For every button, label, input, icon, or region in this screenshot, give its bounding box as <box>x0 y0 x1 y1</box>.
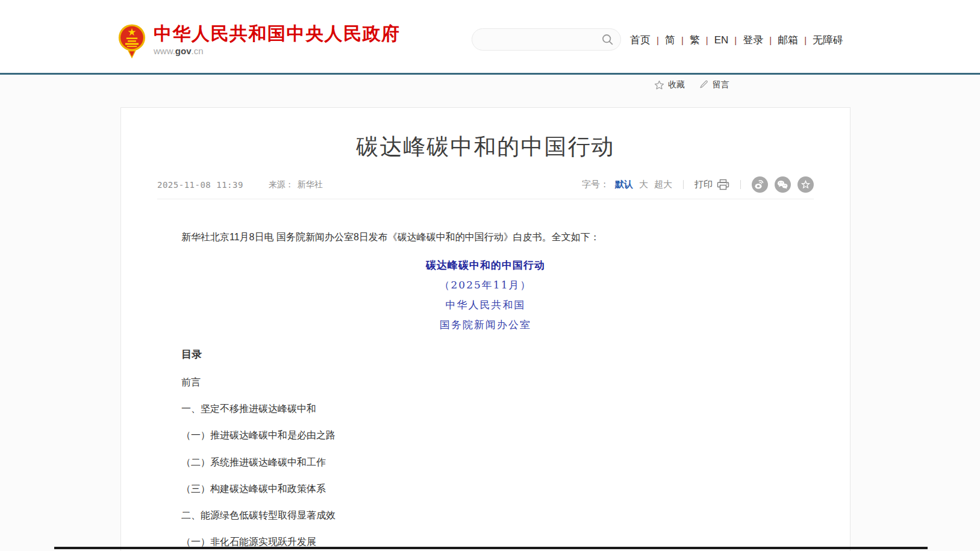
meta-separator <box>740 180 741 189</box>
toc-item-preface: 前言 <box>181 376 790 388</box>
source-value: 新华社 <box>298 179 323 190</box>
whitepaper-org-line1: 中华人民共和国 <box>181 298 790 312</box>
search-box <box>472 28 621 51</box>
url-www: www. <box>154 46 175 56</box>
source-label: 来源： <box>269 179 294 190</box>
toc-item-2-1: （一）非化石能源实现跃升发展 <box>181 536 790 547</box>
meta-left: 2025-11-08 11:39 来源： 新华社 <box>157 179 323 190</box>
meta-divider-line <box>157 199 814 199</box>
page-actions: 收藏 留言 <box>654 79 729 90</box>
whitepaper-date: （2025年11月） <box>181 278 790 292</box>
share-weibo-icon[interactable] <box>752 176 768 193</box>
article-title: 碳达峰碳中和的中国行动 <box>157 134 814 160</box>
toc-item-1-3: （三）构建碳达峰碳中和政策体系 <box>181 483 790 494</box>
whitepaper-title: 碳达峰碳中和的中国行动 <box>181 258 790 272</box>
bottom-edge-line <box>54 547 928 549</box>
comment-button[interactable]: 留言 <box>699 79 729 90</box>
site-url: www.gov.cn <box>154 46 401 56</box>
font-size-label: 字号： <box>582 179 609 190</box>
toc-item-2: 二、能源绿色低碳转型取得显著成效 <box>181 509 790 521</box>
search-icon[interactable] <box>602 34 614 46</box>
font-size-large-button[interactable]: 大 <box>639 179 648 190</box>
site-title: 中华人民共和国中央人民政府 <box>154 23 401 45</box>
favorite-label: 收藏 <box>668 79 685 90</box>
nav-separator: | <box>769 35 772 45</box>
comment-label: 留言 <box>713 79 729 90</box>
share-wechat-icon[interactable] <box>775 176 791 193</box>
font-size-default-button[interactable]: 默认 <box>615 179 633 190</box>
publish-date: 2025-11-08 11:39 <box>157 180 243 190</box>
national-emblem-icon <box>118 23 146 59</box>
toc-heading: 目录 <box>181 347 790 361</box>
pencil-icon <box>699 80 709 90</box>
nav-separator: | <box>681 35 684 45</box>
nav-item-login[interactable]: 登录 <box>743 33 763 47</box>
share-icons <box>752 176 814 193</box>
nav-item-mail[interactable]: 邮箱 <box>778 33 798 47</box>
nav-item-home[interactable]: 首页 <box>630 33 651 47</box>
toc-item-1-2: （二）系统推进碳达峰碳中和工作 <box>181 456 790 468</box>
url-gov: gov <box>175 46 192 56</box>
nav-separator: | <box>734 35 737 45</box>
brand-text: 中华人民共和国中央人民政府 www.gov.cn <box>154 23 401 56</box>
article-card: 碳达峰碳中和的中国行动 2025-11-08 11:39 来源： 新华社 字号：… <box>120 107 850 551</box>
article-lead: 新华社北京11月8日电 国务院新闻办公室8日发布《碳达峰碳中和的中国行动》白皮书… <box>181 229 790 245</box>
whitepaper-org-line2: 国务院新闻办公室 <box>181 318 790 332</box>
favorite-button[interactable]: 收藏 <box>654 79 685 90</box>
printer-icon <box>717 179 729 190</box>
nav-separator: | <box>657 35 659 45</box>
nav-item-accessibility[interactable]: 无障碍 <box>813 33 843 47</box>
site-header: 中华人民共和国中央人民政府 www.gov.cn 首页 | 简 | 繁 | EN… <box>0 0 980 73</box>
nav-item-english[interactable]: EN <box>714 34 729 46</box>
search-input[interactable] <box>472 29 620 50</box>
meta-right: 字号： 默认 大 超大 打印 <box>582 176 814 193</box>
nav-item-simplified[interactable]: 简 <box>665 33 675 47</box>
page: 中华人民共和国中央人民政府 www.gov.cn 首页 | 简 | 繁 | EN… <box>0 0 980 551</box>
toc-item-1-1: （一）推进碳达峰碳中和是必由之路 <box>181 429 790 441</box>
meta-separator <box>683 180 684 189</box>
toc-item-1: 一、坚定不移推进碳达峰碳中和 <box>181 403 790 414</box>
url-cn: .cn <box>192 46 204 56</box>
share-star-icon[interactable] <box>797 176 814 193</box>
print-label: 打印 <box>694 179 713 190</box>
font-size-xlarge-button[interactable]: 超大 <box>654 179 672 190</box>
nav-item-traditional[interactable]: 繁 <box>690 33 700 47</box>
article-meta-row: 2025-11-08 11:39 来源： 新华社 字号： 默认 大 超大 打印 <box>157 178 814 191</box>
nav-separator: | <box>706 35 708 45</box>
print-button[interactable]: 打印 <box>694 179 729 190</box>
top-nav: 首页 | 简 | 繁 | EN | 登录 | 邮箱 | 无障碍 <box>630 33 849 47</box>
site-logo[interactable]: 中华人民共和国中央人民政府 www.gov.cn <box>118 23 401 59</box>
star-icon <box>654 80 664 90</box>
nav-separator: | <box>804 35 807 45</box>
